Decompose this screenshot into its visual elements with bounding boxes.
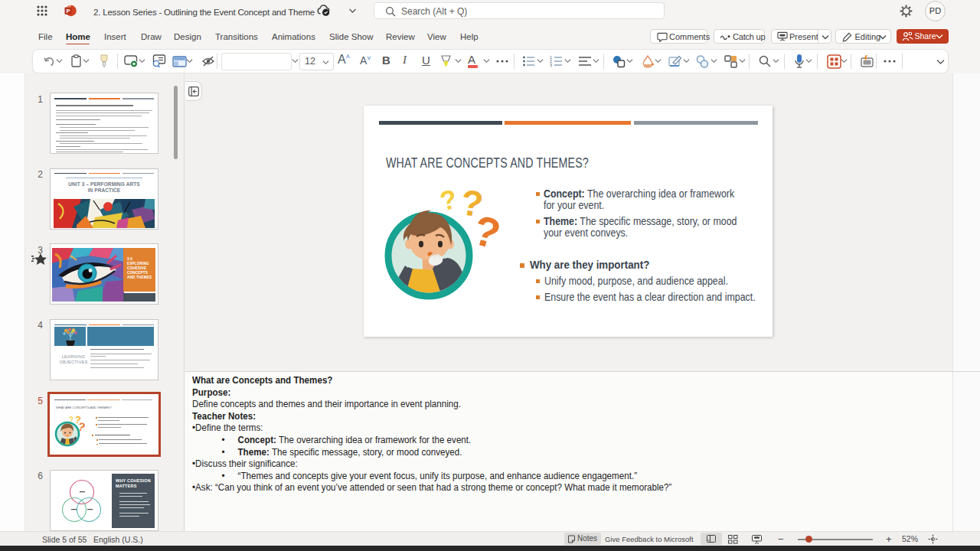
svg-text:P: P	[66, 8, 70, 15]
svg-text:?: ?	[437, 184, 459, 217]
svg-text:3: 3	[550, 63, 552, 67]
